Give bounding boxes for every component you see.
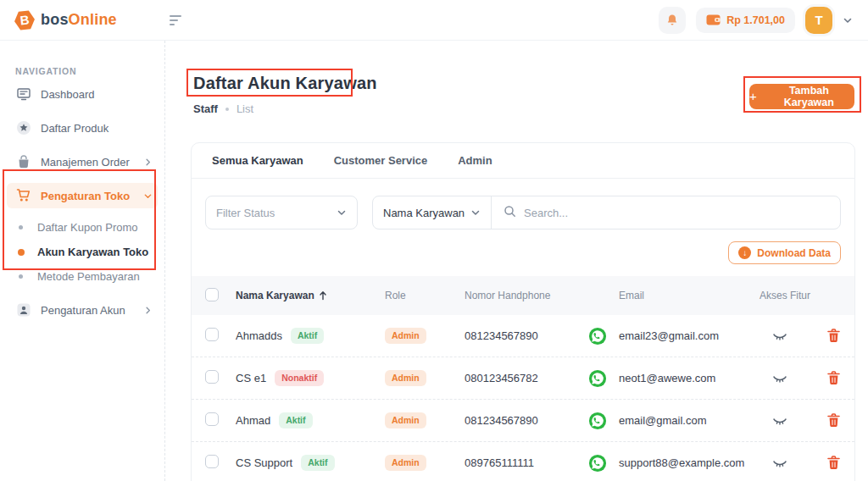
eye-closed-icon[interactable] <box>771 414 788 428</box>
page-title: Daftar Akun Karyawan <box>193 74 377 93</box>
tab-semua-karyawan[interactable]: Semua Karyawan <box>212 154 303 167</box>
sidebar-item-daftar-produk[interactable]: Daftar Produk <box>0 113 164 142</box>
email-text: support88@example.com <box>619 456 760 469</box>
whatsapp-icon[interactable] <box>588 454 607 473</box>
chevron-right-icon <box>143 306 153 315</box>
dashboard-icon <box>15 86 32 102</box>
notification-bell-button[interactable] <box>659 7 686 34</box>
balance-amount: Rp 1.701,00 <box>726 14 785 26</box>
row-checkbox[interactable] <box>205 328 219 341</box>
column-header-role: Role <box>385 290 465 301</box>
employee-name: Ahmadds <box>236 329 282 342</box>
table-row: CS e1 Nonaktif Admin 080123456782 neot1@… <box>192 357 854 400</box>
sidebar-subitem-daftar-kupon-promo[interactable]: Daftar Kupon Promo <box>0 215 164 240</box>
sidebar-subitem-metode-pembayaran[interactable]: Metode Pembayaran <box>0 264 164 289</box>
sidebar-item-label: Dashboard <box>41 88 95 101</box>
employee-card: Semua Karyawan Customer Service Admin Fi… <box>191 142 855 481</box>
bullet-icon <box>19 274 23 279</box>
chevron-down-icon <box>143 191 153 201</box>
eye-closed-icon[interactable] <box>771 456 788 470</box>
add-employee-button[interactable]: + Tambah Karyawan <box>749 84 854 109</box>
search-group: Nama Karyawan <box>372 196 841 229</box>
column-header-name[interactable]: Nama Karyawan <box>236 290 385 301</box>
status-badge: Nonaktif <box>275 370 324 386</box>
breadcrumb: Staff List <box>193 102 253 115</box>
sidebar-item-pengaturan-akun[interactable]: Pengaturan Akun <box>0 296 164 324</box>
user-avatar[interactable]: T <box>805 7 832 34</box>
filter-status-select[interactable]: Filter Status <box>205 196 358 229</box>
whatsapp-icon[interactable] <box>588 412 607 430</box>
plus-icon: + <box>749 89 757 103</box>
tab-customer-service[interactable]: Customer Service <box>334 154 428 167</box>
email-text: neot1@awewe.com <box>619 372 760 384</box>
sidebar: NAVIGATION Dashboard Daftar Produk Manaj… <box>0 41 165 481</box>
delete-icon[interactable] <box>827 329 840 343</box>
wallet-icon <box>706 14 721 25</box>
search-icon <box>504 205 516 221</box>
eye-closed-icon[interactable] <box>771 329 788 343</box>
eye-closed-icon[interactable] <box>771 372 788 385</box>
breadcrumb-separator <box>225 108 229 111</box>
row-checkbox[interactable] <box>205 455 219 468</box>
table-body: Ahmadds Aktif Admin 081234567890 email23… <box>192 315 854 481</box>
bullet-icon <box>18 249 25 256</box>
sidebar-item-label: Pengaturan Toko <box>41 190 130 202</box>
brand-logo-icon: B <box>13 8 37 32</box>
table-row: Ahmad Aktif Admin 081234567890 email@gma… <box>192 400 854 442</box>
column-header-akses: Akses Fitur <box>760 290 827 301</box>
employee-name: CS Support <box>236 456 292 469</box>
sidebar-subitem-akun-karyawan-toko[interactable]: Akun Karyawan Toko <box>0 240 164 264</box>
whatsapp-icon[interactable] <box>588 327 607 346</box>
chevron-right-icon <box>143 158 153 167</box>
select-all-checkbox[interactable] <box>205 288 219 301</box>
wallet-balance[interactable]: Rp 1.701,00 <box>696 8 795 33</box>
row-checkbox[interactable] <box>205 370 219 384</box>
email-text: email23@gmail.com <box>619 329 760 342</box>
delete-icon[interactable] <box>827 456 840 470</box>
sidebar-item-label: Manajemen Order <box>41 156 130 169</box>
role-badge: Admin <box>385 412 426 428</box>
sidebar-collapse-icon[interactable] <box>170 15 181 25</box>
delete-icon[interactable] <box>827 413 840 428</box>
status-badge: Aktif <box>279 412 312 428</box>
breadcrumb-list: List <box>236 102 253 115</box>
svg-text:B: B <box>19 12 31 27</box>
top-bar: B bosOnline Rp 1.701,00 T <box>0 0 868 41</box>
sidebar-subitem-label: Metode Pembayaran <box>37 270 140 283</box>
search-input[interactable] <box>524 207 828 219</box>
status-badge: Aktif <box>291 328 324 344</box>
tab-admin[interactable]: Admin <box>458 154 492 167</box>
sidebar-item-label: Daftar Produk <box>41 122 108 135</box>
sidebar-item-dashboard[interactable]: Dashboard <box>0 80 164 108</box>
brand-logo[interactable]: B bosOnline <box>14 9 117 31</box>
bag-icon <box>15 154 32 169</box>
table-row: CS Support Aktif Admin 089765111111 supp… <box>192 442 854 481</box>
delete-icon[interactable] <box>827 371 840 385</box>
row-checkbox[interactable] <box>205 412 219 426</box>
sidebar-item-pengaturan-toko[interactable]: Pengaturan Toko <box>7 183 158 208</box>
chevron-down-icon <box>470 207 481 218</box>
status-badge: Aktif <box>301 455 334 471</box>
tab-bar: Semua Karyawan Customer Service Admin <box>192 143 854 179</box>
role-badge: Admin <box>385 455 426 471</box>
sidebar-item-manajemen-order[interactable]: Manajemen Order <box>0 147 164 176</box>
table-header: Nama Karyawan Role Nomor Handphone Email… <box>192 276 854 315</box>
search-category-select[interactable]: Nama Karyawan <box>373 196 492 229</box>
breadcrumb-staff[interactable]: Staff <box>193 102 218 115</box>
phone-number: 089765111111 <box>465 456 588 469</box>
phone-number: 081234567890 <box>465 414 588 427</box>
role-badge: Admin <box>385 328 426 344</box>
employee-name: CS e1 <box>236 372 266 384</box>
cart-icon <box>15 188 32 203</box>
whatsapp-icon[interactable] <box>588 369 607 388</box>
user-icon <box>15 302 32 318</box>
column-header-phone: Nomor Handphone <box>465 290 588 301</box>
chevron-down-icon <box>337 207 347 218</box>
account-menu-chevron-icon[interactable] <box>843 15 853 25</box>
sidebar-subitem-label: Akun Karyawan Toko <box>37 246 148 258</box>
bell-icon <box>665 14 679 27</box>
column-header-email: Email <box>619 290 760 301</box>
app-window: B bosOnline Rp 1.701,00 T <box>0 0 868 481</box>
download-data-button[interactable]: ↓ Download Data <box>728 241 841 264</box>
star-icon <box>15 120 32 135</box>
